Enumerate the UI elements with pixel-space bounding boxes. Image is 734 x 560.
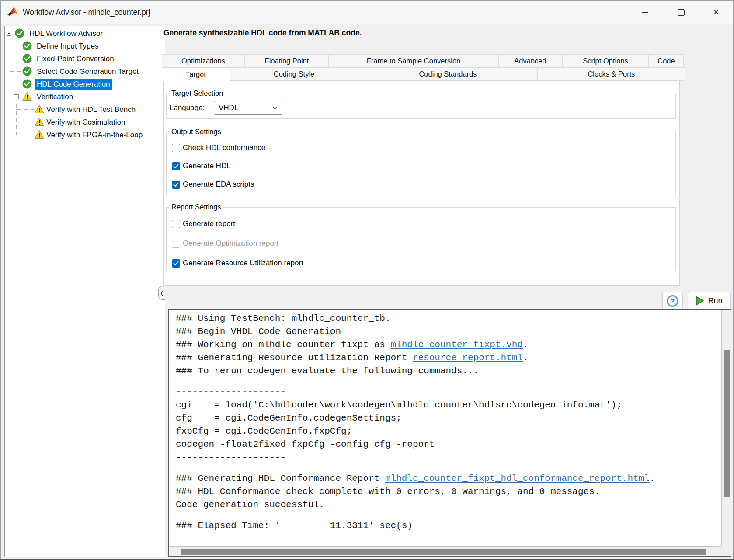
vertical-scrollbar-thumb[interactable]	[724, 350, 730, 497]
tab-coding-style[interactable]: Coding Style	[230, 67, 358, 81]
console-line: ### Generating Resource Utilization Repo…	[176, 351, 720, 365]
checkbox-check-hdl-conformance[interactable]: Check HDL conformance	[172, 143, 265, 153]
close-button[interactable]: ✕	[705, 4, 727, 21]
console-text-segment: codegen -float2fixed fxpCfg -config cfg …	[176, 439, 435, 449]
console-output: ### Using TestBench: mlhdlc_counter_tb.#…	[176, 312, 720, 546]
console-line: cfg = cgi.CodeGenInfo.codegenSettings;	[176, 412, 720, 425]
tree-item-label: Verify with Cosimulation	[45, 117, 127, 128]
console-text-segment: ### Elapsed Time: ' 11.3311' sec(s)	[176, 521, 413, 531]
console-line: --------------------	[176, 451, 720, 464]
console-line: ### Begin VHDL Code Generation	[176, 325, 720, 338]
language-select[interactable]: VHDL	[214, 101, 282, 115]
panel-collapse-handle[interactable]: ❬	[158, 286, 165, 300]
tab-code[interactable]: Code	[649, 54, 684, 67]
checkbox-label: Generate EDA scripts	[183, 180, 254, 189]
checkbox-label: Generate Resource Utilization report	[183, 259, 303, 268]
run-button[interactable]: Run	[688, 292, 731, 310]
checkbox-unchecked-icon	[172, 220, 180, 228]
tab-bar-row-1: OptimizationsFloating PointFrame to Samp…	[162, 54, 684, 67]
tab-bar-row-2: TargetCoding StyleCoding StandardsClocks…	[162, 67, 685, 81]
collapse-expander-icon[interactable]	[7, 31, 11, 36]
console-text-segment: Code generation successful.	[176, 500, 324, 510]
run-play-icon	[696, 296, 704, 306]
tab-coding-standards[interactable]: Coding Standards	[358, 67, 538, 81]
console-text-segment: ### Generating HDL Conformance Report	[176, 473, 385, 483]
console-panel: ### Using TestBench: mlhdlc_counter_tb.#…	[168, 309, 731, 557]
console-text-segment: ### Generating Resource Utilization Repo…	[176, 353, 413, 363]
tab-optimizations[interactable]: Optimizations	[162, 54, 245, 67]
checkbox-checked-icon	[172, 259, 180, 268]
console-text-segment: .	[523, 340, 529, 350]
minimize-button[interactable]	[634, 4, 656, 21]
tab-frame-to-sample-conversion[interactable]: Frame to Sample Conversion	[329, 54, 498, 67]
help-icon: ?	[667, 295, 678, 307]
console-line: Code generation successful.	[176, 498, 720, 511]
checkbox-generate-report[interactable]: Generate report	[172, 219, 235, 229]
status-warning-icon	[35, 104, 44, 114]
tree-item-label: Define Input Types	[35, 41, 100, 52]
target-selection-legend: Target Selection	[169, 89, 225, 97]
run-button-label: Run	[708, 296, 722, 306]
console-line: fxpCfg = cgi.CodeGenInfo.fxpCfg;	[176, 425, 720, 438]
tree-item-hdl-code-generation[interactable]: HDL Code Generation	[5, 78, 165, 90]
tree-item-label: Fixed-Point Conversion	[35, 53, 116, 64]
console-blank-line	[176, 511, 720, 519]
chevron-left-icon: ❬	[160, 290, 164, 296]
console-line: cgi = load('C:\hdlcoder\work\codegen\mlh…	[176, 399, 720, 412]
status-pass-icon	[22, 41, 32, 51]
console-text-segment: --------------------	[176, 387, 286, 397]
tab-floating-point[interactable]: Floating Point	[245, 54, 329, 67]
report-settings-group: Report Settings Generate reportGenerate …	[166, 207, 676, 271]
checkbox-generate-resource-utilization-report[interactable]: Generate Resource Utilization report	[172, 258, 303, 268]
tree-item-label: HDL Code Generation	[35, 79, 112, 90]
checkbox-checked-icon	[172, 162, 180, 170]
console-line: ### HDL Conformance check complete with …	[176, 485, 720, 498]
collapse-expander-icon[interactable]	[14, 94, 19, 99]
help-button[interactable]: ?	[662, 292, 683, 310]
checkbox-generate-eda-scripts[interactable]: Generate EDA scripts	[172, 180, 254, 189]
tree-item-label: Select Code Generation Target	[35, 66, 140, 77]
output-settings-legend: Output Settings	[169, 128, 223, 136]
tree-item-verify-with-hdl-test-bench[interactable]: Verify with HDL Test Bench	[5, 103, 165, 116]
tab-advanced[interactable]: Advanced	[498, 54, 562, 67]
console-line: --------------------	[176, 386, 720, 399]
checkbox-generate-optimization-report[interactable]: Generate Optimization report	[172, 239, 278, 248]
window-title: Workflow Advisor - mlhdlc_counter.prj	[23, 1, 150, 24]
tree-item-fixed-point-conversion[interactable]: Fixed-Point Conversion	[5, 52, 165, 65]
console-line: ### Elapsed Time: ' 11.3311' sec(s)	[176, 519, 720, 532]
console-link-mlhdlc-counter-fixpt-hdl-conformance-report-html[interactable]: mlhdlc_counter_fixpt_hdl_conformance_rep…	[385, 473, 650, 483]
maximize-button[interactable]	[670, 4, 692, 21]
horizontal-scrollbar-thumb[interactable]	[181, 549, 706, 555]
tree-item-verify-with-cosimulation[interactable]: Verify with Cosimulation	[5, 116, 165, 129]
tab-target[interactable]: Target	[162, 67, 230, 81]
console-link-mlhdlc-counter-fixpt-vhd[interactable]: mlhdlc_counter_fixpt.vhd	[390, 340, 522, 350]
page-title: Generate synthesizable HDL code from MAT…	[163, 28, 362, 38]
language-selected-value: VHDL	[219, 104, 238, 112]
tree-item-label: Verify with HDL Test Bench	[45, 104, 137, 115]
tree-item-hdl-workflow-advisor[interactable]: HDL Workflow Advisor	[5, 27, 165, 40]
console-horizontal-scrollbar[interactable]	[169, 546, 721, 556]
checkbox-checked-icon	[172, 181, 180, 189]
tree-item-verify-with-fpga-in-the-loop[interactable]: Verify with FPGA-in-the-Loop	[5, 129, 165, 141]
console-vertical-scrollbar[interactable]	[721, 310, 731, 546]
checkbox-unchecked-icon	[172, 144, 180, 152]
console-link-resource-report-html[interactable]: resource_report.html	[413, 353, 523, 363]
console-text-segment: ### Working on mlhdlc_counter_fixpt as	[176, 340, 390, 350]
tree-item-define-input-types[interactable]: Define Input Types	[5, 40, 165, 52]
chevron-down-icon	[272, 106, 278, 110]
tree-item-select-code-generation-target[interactable]: Select Code Generation Target	[5, 65, 165, 78]
tab-clocks-ports[interactable]: Clocks & Ports	[538, 67, 685, 81]
checkbox-generate-hdl[interactable]: Generate HDL	[172, 161, 231, 171]
console-text-segment: ### HDL Conformance check complete with …	[176, 487, 600, 497]
console-line: ### Working on mlhdlc_counter_fixpt as m…	[176, 338, 720, 351]
console-text-segment: cgi = load('C:\hdlcoder\work\codegen\mlh…	[176, 400, 622, 410]
tree-item-verification[interactable]: Verification	[5, 90, 165, 103]
maximize-icon	[678, 9, 685, 16]
status-pass-icon	[22, 54, 32, 63]
scrollbar-corner	[721, 546, 731, 556]
checkbox-label: Generate Optimization report	[183, 239, 278, 248]
tab-script-options[interactable]: Script Options	[562, 54, 649, 67]
title-bar: Workflow Advisor - mlhdlc_counter.prj ✕	[1, 1, 733, 24]
console-text-segment: .	[650, 473, 655, 483]
status-pass-icon	[22, 79, 32, 89]
